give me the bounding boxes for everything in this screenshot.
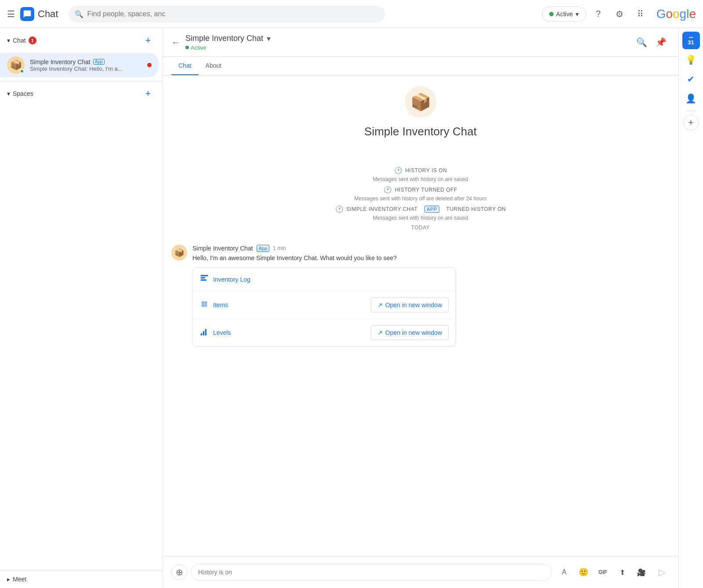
back-button[interactable]: ← bbox=[171, 37, 180, 47]
external-link-icon: ↗ bbox=[377, 301, 383, 309]
levels-icon bbox=[200, 327, 209, 338]
levels-external-link-icon: ↗ bbox=[377, 329, 383, 336]
header-pin-button[interactable]: 📌 bbox=[652, 33, 670, 51]
header-search-button[interactable]: 🔍 bbox=[633, 33, 650, 51]
levels-label[interactable]: Levels bbox=[213, 329, 231, 336]
meet-section-header[interactable]: ▸ Meet bbox=[0, 570, 162, 588]
chat-title-text: Simple Inventory Chat bbox=[185, 34, 263, 43]
meet-arrow-icon: ▸ bbox=[7, 576, 10, 583]
status-button[interactable]: Active ▾ bbox=[542, 7, 586, 22]
svg-rect-8 bbox=[203, 331, 204, 335]
inventory-log-label[interactable]: Inventory Log bbox=[213, 276, 250, 283]
history-off-sub: Messages sent with history off are delet… bbox=[354, 196, 486, 202]
chat-header-status: Active bbox=[185, 44, 633, 51]
calendar-sidebar-item[interactable]: ▪▪▪ 31 bbox=[682, 32, 700, 49]
chat-header-actions: 🔍 📌 bbox=[633, 33, 670, 51]
card-row-inventory-log: Inventory Log bbox=[193, 268, 456, 291]
chat-list-item[interactable]: 📦 Simple Inventory Chat App Simple Inven… bbox=[0, 53, 159, 77]
avatar: 📦 bbox=[7, 56, 25, 74]
card-container: Inventory Log Items ↗ bbox=[192, 267, 456, 347]
text-format-button[interactable]: A bbox=[555, 563, 573, 581]
levels-button-label: Open in new window bbox=[385, 329, 442, 336]
right-sidebar-divider bbox=[686, 111, 696, 111]
keep-icon: 💡 bbox=[685, 54, 696, 65]
send-button[interactable]: ▷ bbox=[654, 564, 670, 580]
message-header: Simple Inventory Chat App 1 min bbox=[192, 245, 670, 252]
history-on2-app-badge: APP bbox=[424, 206, 439, 213]
svg-rect-2 bbox=[201, 279, 207, 281]
history-on2-sub: Messages sent with history on are saved bbox=[373, 215, 468, 221]
add-sidebar-item-button[interactable]: + bbox=[683, 115, 699, 131]
sidebar: ▾ Chat 1 + 📦 Simple Inventory Chat App S… bbox=[0, 28, 163, 588]
chat-header-title: Simple Inventory Chat ▾ bbox=[185, 34, 633, 44]
main-layout: ▾ Chat 1 + 📦 Simple Inventory Chat App S… bbox=[0, 28, 703, 588]
history-on-sub: Messages sent with history on are saved bbox=[373, 176, 468, 182]
svg-point-4 bbox=[204, 301, 207, 304]
message-avatar: 📦 bbox=[171, 245, 187, 261]
items-open-new-window-button[interactable]: ↗ Open in new window bbox=[371, 298, 449, 312]
spaces-section-header[interactable]: ▾ Spaces + bbox=[0, 81, 162, 106]
chat-preview: Simple Inventory Chat: Hello, I'm a... bbox=[30, 65, 147, 72]
keep-sidebar-item[interactable]: 💡 bbox=[682, 51, 700, 69]
section-arrow-icon: ▾ bbox=[7, 37, 10, 44]
chat-header-chevron-icon[interactable]: ▾ bbox=[267, 34, 271, 44]
input-icons: A 🙂 GIF ⬆ 🎥 bbox=[555, 563, 650, 581]
history-on-row: 🕐 HISTORY IS ON bbox=[394, 167, 447, 174]
menu-icon[interactable]: ☰ bbox=[7, 9, 15, 19]
video-button[interactable]: 🎥 bbox=[633, 563, 650, 581]
chat-area: ← Simple Inventory Chat ▾ Active 🔍 📌 Cha… bbox=[163, 28, 678, 588]
svg-rect-0 bbox=[201, 275, 208, 276]
card-row-left-levels: Levels bbox=[200, 327, 231, 338]
topbar-right: Active ▾ ? ⚙ ⠿ Google bbox=[542, 5, 696, 23]
gif-button[interactable]: GIF bbox=[594, 563, 612, 581]
history-off-notice: 🕐 HISTORY TURNED OFF Messages sent with … bbox=[171, 186, 670, 202]
add-chat-button[interactable]: + bbox=[141, 33, 155, 47]
input-wrapper: ⊕ A 🙂 GIF ⬆ 🎥 ▷ bbox=[171, 563, 670, 581]
chat-logo-icon bbox=[20, 7, 34, 21]
help-icon[interactable]: ? bbox=[590, 5, 607, 23]
today-label: TODAY bbox=[171, 225, 670, 231]
levels-open-new-window-button[interactable]: ↗ Open in new window bbox=[371, 325, 449, 340]
unread-dot bbox=[147, 63, 152, 67]
card-row-left-inventory: Inventory Log bbox=[200, 274, 250, 285]
spaces-section-label: Spaces bbox=[13, 90, 33, 97]
chat-tabs: Chat About bbox=[163, 57, 678, 76]
chat-section-header[interactable]: ▾ Chat 1 + bbox=[0, 28, 162, 53]
bot-intro: 📦 Simple Inventory Chat bbox=[171, 86, 670, 138]
settings-icon[interactable]: ⚙ bbox=[611, 5, 628, 23]
tasks-icon: ✔ bbox=[687, 74, 695, 84]
topbar: ☰ Chat 🔍 Active ▾ ? ⚙ ⠿ Google bbox=[0, 0, 703, 28]
emoji-button[interactable]: 🙂 bbox=[575, 563, 592, 581]
tab-chat[interactable]: Chat bbox=[171, 57, 199, 75]
history-on-notice: 🕐 HISTORY IS ON Messages sent with histo… bbox=[171, 167, 670, 182]
chevron-down-icon: ▾ bbox=[576, 11, 579, 18]
message-content: Simple Inventory Chat App 1 min Hello, I… bbox=[192, 245, 670, 347]
status-label: Active bbox=[556, 11, 573, 18]
history-on2-row: 🕐 SIMPLE INVENTORY CHAT APP TURNED HISTO… bbox=[335, 205, 506, 213]
search-bar[interactable]: 🔍 bbox=[69, 6, 385, 22]
add-space-button[interactable]: + bbox=[141, 87, 155, 101]
contacts-sidebar-item[interactable]: 👤 bbox=[682, 90, 700, 107]
meet-section-label: Meet bbox=[13, 576, 26, 583]
contacts-icon: 👤 bbox=[685, 93, 696, 104]
spaces-arrow-icon: ▾ bbox=[7, 90, 10, 97]
tab-about[interactable]: About bbox=[199, 57, 229, 75]
chat-svg bbox=[23, 10, 32, 18]
search-input[interactable] bbox=[69, 6, 385, 22]
inventory-log-icon bbox=[200, 274, 209, 285]
input-add-button[interactable]: ⊕ bbox=[171, 564, 187, 580]
chat-item-name: Simple Inventory Chat App bbox=[30, 58, 147, 65]
history-section: 🕐 HISTORY IS ON Messages sent with histo… bbox=[171, 167, 670, 231]
chat-section-title: ▾ Chat 1 bbox=[7, 36, 36, 44]
search-icon: 🔍 bbox=[75, 10, 83, 18]
apps-icon[interactable]: ⠿ bbox=[632, 5, 649, 23]
upload-button[interactable]: ⬆ bbox=[613, 563, 631, 581]
message-sender: Simple Inventory Chat bbox=[192, 245, 253, 252]
chat-section-label: Chat bbox=[13, 37, 26, 44]
items-label[interactable]: Items bbox=[213, 301, 228, 309]
message-text: Hello, I'm an awesome Simple Inventory C… bbox=[192, 254, 670, 263]
card-row-levels: Levels ↗ Open in new window bbox=[193, 319, 456, 346]
message-input[interactable] bbox=[191, 564, 552, 581]
svg-point-3 bbox=[201, 301, 204, 304]
tasks-sidebar-item[interactable]: ✔ bbox=[682, 70, 700, 88]
